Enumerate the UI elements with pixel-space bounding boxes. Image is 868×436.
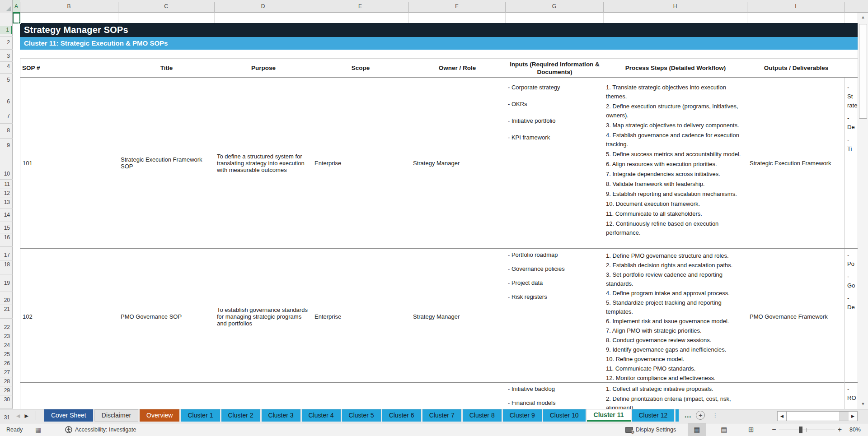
row-header[interactable]: 13 xyxy=(0,198,10,206)
tabs-scroll-right-icon[interactable]: ▶ xyxy=(24,409,28,422)
cell-scope[interactable] xyxy=(312,383,409,409)
column-header[interactable]: B xyxy=(20,0,118,13)
row-header[interactable]: 7 xyxy=(0,112,10,120)
column-header[interactable]: I xyxy=(747,0,845,13)
sheet-tab[interactable]: Cluster 10 xyxy=(543,409,586,422)
cell-title[interactable] xyxy=(118,383,215,409)
clipped-tab[interactable] xyxy=(676,409,679,422)
sheet-tab[interactable]: Cluster 1 xyxy=(181,409,220,422)
cell-purpose[interactable] xyxy=(215,383,312,409)
cell-sop-number[interactable] xyxy=(20,383,118,409)
cell-outputs[interactable]: PMO Governance Framework xyxy=(747,249,845,384)
sheet-tab[interactable]: Cluster 4 xyxy=(302,409,341,422)
cell-purpose[interactable]: To define a structured system for transl… xyxy=(215,78,312,248)
tabs-scroll-left-icon[interactable]: ◀ xyxy=(16,409,20,422)
row-header[interactable]: 16 xyxy=(0,233,10,241)
cell-owner[interactable]: Strategy Manager xyxy=(409,249,506,384)
column-header[interactable]: G xyxy=(505,0,603,13)
cell-sop-number[interactable]: 101 xyxy=(20,78,118,248)
column-header[interactable]: E xyxy=(312,0,408,13)
page-break-view-button[interactable]: ⊞ xyxy=(742,423,760,436)
row-header[interactable]: 15 xyxy=(0,224,10,232)
cell-next-column-clipped[interactable]: - Po- Go- De xyxy=(845,249,858,384)
cell-next-column-clipped[interactable]: - RO- De xyxy=(845,383,858,409)
row-header[interactable]: 12 xyxy=(0,189,10,197)
sheet-tab[interactable]: Disclaimer xyxy=(94,409,138,422)
row-header[interactable]: 1 xyxy=(0,26,12,34)
header-sop[interactable]: SOP # xyxy=(20,59,118,77)
header-outputs[interactable]: Outputs / Deliverables xyxy=(747,59,845,77)
cell-inputs[interactable]: - Corporate strategy- OKRs- Initiative p… xyxy=(506,78,604,248)
row-header[interactable]: 14 xyxy=(0,211,10,219)
cell-sop-number[interactable]: 102 xyxy=(20,249,118,384)
sheet-tab[interactable]: Cluster 2 xyxy=(221,409,260,422)
sheet-tab[interactable]: Cluster 12 xyxy=(632,409,675,422)
row-header[interactable]: 20 xyxy=(0,296,10,304)
fill-handle[interactable] xyxy=(19,22,21,24)
cell-steps[interactable]: 1. Collect all strategic initiative prop… xyxy=(604,383,747,409)
cell-title[interactable]: PMO Governance SOP xyxy=(118,249,215,384)
hscroll-left-icon[interactable]: ◀ xyxy=(778,412,786,421)
cell-scope[interactable]: Enterprise xyxy=(312,78,409,248)
row-header[interactable]: 31 xyxy=(0,413,10,422)
header-scope[interactable]: Scope xyxy=(312,59,409,77)
header-inputs[interactable]: Inputs (Required Information & Documents… xyxy=(506,59,604,77)
row-header[interactable]: 28 xyxy=(0,377,10,385)
header-title[interactable]: Title xyxy=(118,59,215,77)
zoom-in-button[interactable]: + xyxy=(835,426,845,434)
macro-record-icon[interactable]: ▦ xyxy=(35,423,41,436)
sheet-tab[interactable]: Cluster 6 xyxy=(382,409,421,422)
sheet-canvas[interactable]: Strategy Manager SOPs Cluster 11: Strate… xyxy=(13,13,858,409)
row-header[interactable]: 5 xyxy=(0,76,10,84)
sheet-tab[interactable]: Cluster 5 xyxy=(342,409,381,422)
cell-next-column-clipped[interactable]: - St rate- De- Ti xyxy=(845,78,858,248)
normal-view-button[interactable]: ▦ xyxy=(688,423,706,436)
zoom-out-button[interactable]: − xyxy=(769,426,779,434)
row-header[interactable]: 10 xyxy=(0,170,10,178)
active-cell-a1[interactable] xyxy=(13,13,20,23)
row-header[interactable]: 26 xyxy=(0,359,10,367)
row-header[interactable]: 11 xyxy=(0,180,10,188)
row-header[interactable]: 24 xyxy=(0,341,10,349)
cell-title[interactable]: Strategic Execution Framework SOP xyxy=(118,78,215,248)
header-owner[interactable]: Owner / Role xyxy=(409,59,506,77)
hscroll-right-icon[interactable]: ▶ xyxy=(849,412,857,421)
scroll-up-icon[interactable]: ▲ xyxy=(858,13,868,22)
row-header[interactable]: 19 xyxy=(0,279,10,287)
vertical-scrollbar-thumb[interactable] xyxy=(859,24,867,119)
cell-owner[interactable] xyxy=(409,383,506,409)
row-header[interactable]: 22 xyxy=(0,323,10,331)
header-purpose[interactable]: Purpose xyxy=(215,59,312,77)
row-header[interactable]: 3 xyxy=(0,52,10,60)
cell-inputs[interactable]: - Initiative backlog- Financial models xyxy=(506,383,604,409)
page-layout-view-button[interactable]: ▤ xyxy=(715,423,733,436)
column-header[interactable]: A xyxy=(13,0,20,13)
sheet-tab[interactable]: Cluster 7 xyxy=(422,409,461,422)
more-tabs-button[interactable]: … xyxy=(684,409,691,421)
zoom-slider-thumb[interactable] xyxy=(799,427,802,433)
sheet-tab[interactable]: Cluster 9 xyxy=(503,409,542,422)
accessibility-status[interactable]: Accessibility: Investigate xyxy=(65,423,136,436)
row-header[interactable]: 2 xyxy=(0,38,10,46)
column-header[interactable]: H xyxy=(603,0,747,13)
row-header[interactable]: 23 xyxy=(0,332,10,340)
cell-steps[interactable]: 1. Define PMO governance structure and r… xyxy=(604,249,747,384)
row-header[interactable]: 30 xyxy=(0,395,10,404)
column-header[interactable]: F xyxy=(408,0,505,13)
cell-inputs[interactable]: - Portfolio roadmap- Governance policies… xyxy=(506,249,604,384)
row-header[interactable]: 6 xyxy=(0,97,10,106)
row-header[interactable]: 17 xyxy=(0,251,10,259)
column-header[interactable]: D xyxy=(214,0,312,13)
sheet-tab[interactable]: Overview xyxy=(140,409,179,422)
display-settings-button[interactable]: ⚙ Display Settings xyxy=(625,427,676,433)
row-header[interactable]: 18 xyxy=(0,260,10,269)
row-header[interactable]: 4 xyxy=(0,62,10,70)
column-header[interactable]: C xyxy=(118,0,214,13)
row-header[interactable]: 21 xyxy=(0,305,10,313)
row-header[interactable]: 27 xyxy=(0,368,10,376)
cell-steps[interactable]: 1. Translate strategic objectives into e… xyxy=(604,78,747,248)
zoom-level[interactable]: 80% xyxy=(845,427,868,433)
new-sheet-button[interactable]: + xyxy=(696,411,705,420)
sheet-tab[interactable]: Cluster 11 xyxy=(587,409,631,422)
sheet-tab[interactable]: Cover Sheet xyxy=(44,409,93,422)
